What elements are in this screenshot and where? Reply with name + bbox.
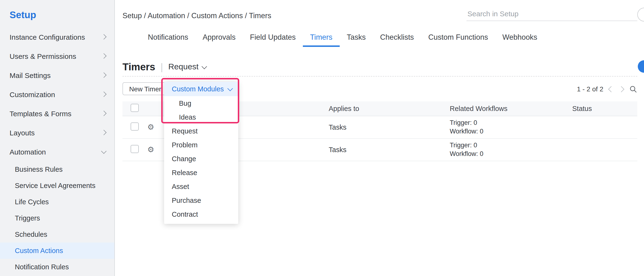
workflow-count: Workflow: 0 xyxy=(450,150,572,158)
sidebar-item-label: Instance Configurations xyxy=(10,33,85,41)
chevron-right-icon xyxy=(101,34,107,40)
gear-icon[interactable]: ⚙ xyxy=(147,146,154,154)
toggle-knob xyxy=(573,128,580,135)
toggle-knob xyxy=(573,151,580,157)
row-checkbox[interactable] xyxy=(130,122,139,130)
sidebar-subitem-label: Service Level Agreements xyxy=(15,182,96,190)
workflow-count: Workflow: 0 xyxy=(450,127,572,136)
sidebar-item-notification-rules[interactable]: Notification Rules xyxy=(0,259,114,275)
column-header-applies-to: Applies to xyxy=(329,105,450,112)
sidebar-item-templates-forms[interactable]: Templates & Forms xyxy=(0,104,114,123)
dropdown-item-request[interactable]: Request xyxy=(164,124,238,138)
sidebar-item-service-level-agreements[interactable]: Service Level Agreements xyxy=(0,178,114,194)
sidebar-item-automation[interactable]: Automation xyxy=(0,142,114,161)
sidebar-subitem-label: Notification Rules xyxy=(15,263,69,271)
sidebar-item-layouts[interactable]: Layouts xyxy=(0,123,114,142)
tab-custom-functions[interactable]: Custom Functions xyxy=(421,29,495,47)
app-window: Setup Instance Configurations Users & Pe… xyxy=(0,0,644,276)
sidebar-item-mail-settings[interactable]: Mail Settings xyxy=(0,66,114,85)
select-all-checkbox[interactable] xyxy=(130,104,139,112)
sidebar-item-triggers[interactable]: Triggers xyxy=(0,210,114,226)
search-input[interactable] xyxy=(466,7,639,20)
sidebar-item-instance-configurations[interactable]: Instance Configurations xyxy=(0,27,114,46)
related-workflows-cell: Trigger: 0 Workflow: 0 xyxy=(450,119,572,136)
floating-action-button-cutoff[interactable] xyxy=(638,60,644,73)
sidebar-item-label: Layouts xyxy=(10,128,35,136)
chevron-right-icon xyxy=(101,92,107,97)
applies-to-cell: Tasks xyxy=(329,124,450,131)
applies-to-cell: Tasks xyxy=(329,146,450,154)
sidebar-subitem-label: Triggers xyxy=(15,214,40,222)
title-row: Timers | Request xyxy=(122,59,206,74)
sidebar-subitem-label: Life Cycles xyxy=(15,198,49,206)
module-dropdown: Custom Modules Bug Ideas Request Problem… xyxy=(164,82,238,224)
page-count: 1 - 2 of 2 xyxy=(577,85,603,93)
setup-search xyxy=(466,7,637,21)
chevron-right-icon xyxy=(101,72,107,78)
sidebar-item-customization[interactable]: Customization xyxy=(0,85,114,104)
dropdown-item-purchase[interactable]: Purchase xyxy=(164,193,238,207)
chevron-down-icon xyxy=(202,64,207,69)
sidebar-item-label: Templates & Forms xyxy=(10,109,71,118)
sidebar-nav: Instance Configurations Users & Permissi… xyxy=(0,27,114,275)
tab-webhooks[interactable]: Webhooks xyxy=(495,29,544,47)
title-divider: | xyxy=(160,62,163,72)
tab-tasks[interactable]: Tasks xyxy=(340,29,373,47)
dropdown-item-bug[interactable]: Bug xyxy=(164,96,238,110)
sidebar-item-label: Mail Settings xyxy=(10,71,51,79)
chevron-down-icon xyxy=(101,148,107,154)
sidebar-item-label: Customization xyxy=(10,90,55,98)
tab-field-updates[interactable]: Field Updates xyxy=(243,29,303,47)
chevron-right-icon xyxy=(101,111,107,116)
dropdown-header-label: Custom Modules xyxy=(172,85,224,93)
dashed-separator xyxy=(122,76,637,76)
sidebar-item-custom-actions[interactable]: Custom Actions xyxy=(0,242,114,259)
breadcrumb: Setup / Automation / Custom Actions / Ti… xyxy=(122,12,271,20)
dropdown-item-asset[interactable]: Asset xyxy=(164,180,238,193)
next-page-icon[interactable] xyxy=(618,86,624,92)
chevron-right-icon xyxy=(101,53,107,59)
dropdown-item-problem[interactable]: Problem xyxy=(164,138,238,152)
column-header-status: Status xyxy=(572,105,637,112)
sidebar-item-life-cycles[interactable]: Life Cycles xyxy=(0,194,114,210)
sidebar-subitem-label: Schedules xyxy=(15,230,47,238)
tab-timers[interactable]: Timers xyxy=(303,29,340,47)
main-content: Setup / Automation / Custom Actions / Ti… xyxy=(115,0,644,276)
sidebar-item-business-rules[interactable]: Business Rules xyxy=(0,161,114,178)
sidebar-item-label: Users & Permissions xyxy=(10,52,76,60)
search-list-icon[interactable] xyxy=(629,85,637,93)
previous-page-icon[interactable] xyxy=(608,86,614,92)
pagination: 1 - 2 of 2 xyxy=(577,83,637,95)
dropdown-item-change[interactable]: Change xyxy=(164,152,238,166)
sidebar-subitem-label: Custom Actions xyxy=(15,247,63,254)
chevron-right-icon xyxy=(101,130,107,135)
module-view-selector[interactable]: Request xyxy=(168,62,206,72)
sidebar-subitem-label: Business Rules xyxy=(15,166,63,173)
view-selector-label: Request xyxy=(168,62,198,72)
sidebar-item-label: Automation xyxy=(10,148,46,156)
related-workflows-cell: Trigger: 0 Workflow: 0 xyxy=(450,141,572,158)
sidebar-item-users-permissions[interactable]: Users & Permissions xyxy=(0,46,114,66)
row-checkbox[interactable] xyxy=(130,145,139,153)
dropdown-item-release[interactable]: Release xyxy=(164,166,238,180)
gear-icon[interactable]: ⚙ xyxy=(147,123,154,131)
page-title: Timers xyxy=(122,61,155,73)
sidebar: Setup Instance Configurations Users & Pe… xyxy=(0,0,115,276)
tab-bar: Notifications Approvals Field Updates Ti… xyxy=(141,29,544,47)
tab-checklists[interactable]: Checklists xyxy=(373,29,421,47)
new-timer-button[interactable]: New Timer xyxy=(122,82,168,95)
tab-approvals[interactable]: Approvals xyxy=(196,29,243,47)
chevron-down-icon xyxy=(227,86,233,91)
dropdown-item-ideas[interactable]: Ideas xyxy=(164,110,238,124)
setup-title: Setup xyxy=(0,0,114,27)
dropdown-header-custom-modules[interactable]: Custom Modules xyxy=(164,82,238,96)
trigger-count: Trigger: 0 xyxy=(450,141,572,150)
column-header-related-workflows: Related Workflows xyxy=(450,105,572,112)
dropdown-item-contract[interactable]: Contract xyxy=(164,207,238,221)
tab-notifications[interactable]: Notifications xyxy=(141,29,196,47)
trigger-count: Trigger: 0 xyxy=(450,119,572,127)
sidebar-item-schedules[interactable]: Schedules xyxy=(0,226,114,242)
